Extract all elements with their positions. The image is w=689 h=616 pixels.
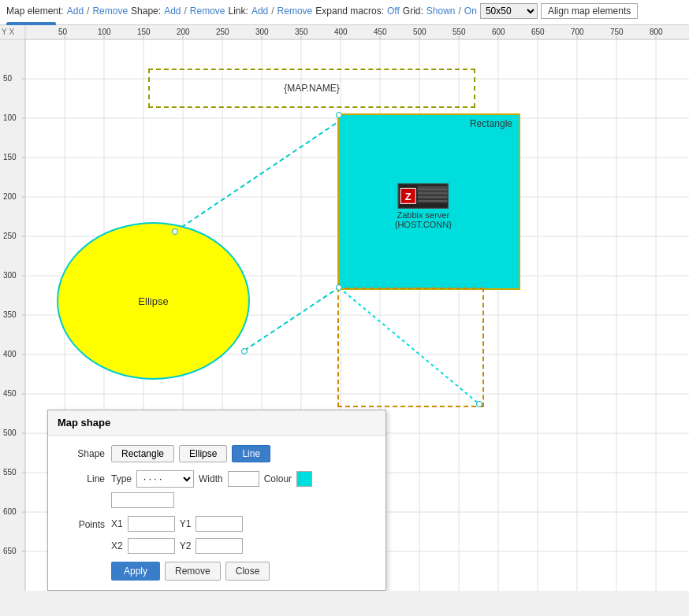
link-label: Link: [229, 6, 248, 17]
svg-rect-6 [418, 200, 448, 202]
sep4: / [459, 6, 461, 17]
map-name-text: {MAP.NAME} [284, 83, 339, 94]
dialog-footer: Apply Remove Close [58, 562, 376, 581]
map-element-add-link[interactable]: Add [67, 6, 84, 17]
shape-add-link[interactable]: Add [164, 6, 181, 17]
sep1: / [87, 6, 89, 17]
handle-sel-br[interactable] [476, 401, 482, 407]
sep3: / [271, 6, 274, 17]
server-body [418, 186, 448, 206]
x2-label: X2 [111, 540, 123, 551]
expand-macros-label: Expand macros: [315, 6, 384, 17]
line-label: Line [58, 470, 105, 484]
line-row: Line Type · · · · — — — ·—·— —— Width 2 … [58, 470, 376, 508]
width-input[interactable]: 2 [228, 471, 259, 487]
svg-rect-4 [418, 192, 448, 195]
grid-size-select[interactable]: 50x50 25x25 75x75 100x100 [480, 3, 538, 19]
colour-input[interactable]: 00DDDD [111, 492, 174, 508]
map-name-box: {MAP.NAME} [148, 69, 475, 108]
x1-label: X1 [111, 518, 123, 529]
dialog-body: Shape Rectangle Ellipse Line Line Type ·… [48, 436, 385, 590]
shape-row: Shape Rectangle Ellipse Line [58, 445, 376, 462]
x2-input[interactable]: 587 [128, 538, 175, 554]
apply-button[interactable]: Apply [111, 562, 160, 581]
toolbar: Map element: Add / Remove Shape: Add / R… [0, 0, 689, 25]
shape-line-btn[interactable]: Line [232, 445, 270, 462]
shape-label: Shape [58, 445, 105, 459]
shape-buttons: Rectangle Ellipse Line [111, 445, 270, 462]
link-remove-link[interactable]: Remove [277, 6, 313, 17]
ellipse-shape[interactable]: Ellipse [57, 222, 250, 380]
map-element-label: Map element: [6, 6, 64, 17]
grid-label: Grid: [403, 6, 423, 17]
remove-button[interactable]: Remove [165, 562, 221, 581]
map-canvas[interactable]: {MAP.NAME} Rectangle Z [0, 25, 689, 591]
rect-label: Rectangle [470, 118, 512, 129]
map-shape-dialog: Map shape Shape Rectangle Ellipse Line L… [47, 410, 386, 591]
colour-label: Colour [264, 473, 292, 484]
close-button[interactable]: Close [225, 562, 270, 581]
shape-ellipse-btn[interactable]: Ellipse [179, 445, 227, 462]
points-row: Points X1 408 Y1 281 X2 587 Y2 428 [58, 516, 376, 554]
server-image: Z [398, 184, 449, 209]
z-badge: Z [400, 188, 416, 204]
sep2: / [184, 6, 187, 17]
rectangle-shape[interactable]: Rectangle Z Zabbix server {HOST.CO [337, 113, 520, 290]
points-grid-1: X1 408 Y1 281 [111, 516, 243, 532]
host-conn: {HOST.CONN} [395, 220, 452, 229]
svg-rect-3 [418, 188, 448, 191]
shape-label: Shape: [131, 6, 161, 17]
map-element-remove-link[interactable]: Remove [92, 6, 128, 17]
svg-line-0 [175, 121, 339, 232]
x1-input[interactable]: 408 [128, 516, 175, 532]
width-label: Width [199, 473, 223, 484]
shape-remove-link[interactable]: Remove [190, 6, 225, 17]
svg-rect-5 [418, 196, 448, 199]
y2-input[interactable]: 428 [196, 538, 243, 554]
host-name: Zabbix server [397, 210, 449, 220]
shape-rectangle-btn[interactable]: Rectangle [111, 445, 174, 462]
svg-line-2 [339, 288, 479, 404]
points-label: Points [58, 516, 105, 530]
points-controls: X1 408 Y1 281 X2 587 Y2 428 [111, 516, 243, 554]
y1-input[interactable]: 281 [196, 516, 243, 532]
points-grid-2: X2 587 Y2 428 [111, 538, 243, 554]
y2-label: Y2 [180, 540, 192, 551]
line-type-select[interactable]: · · · · — — — ·—·— —— [136, 470, 194, 488]
type-label: Type [111, 473, 132, 484]
dialog-title: Map shape [48, 410, 385, 436]
grid-shown-link[interactable]: Shown [426, 6, 456, 17]
svg-line-1 [244, 288, 339, 351]
align-button[interactable]: Align map elements [541, 3, 638, 19]
ellipse-label: Ellipse [138, 295, 168, 307]
line-controls: Type · · · · — — — ·—·— —— Width 2 Colou… [111, 470, 376, 508]
grid-on-link[interactable]: On [464, 6, 477, 17]
colour-swatch[interactable] [296, 471, 312, 487]
expand-off-link[interactable]: Off [387, 6, 400, 17]
rack-svg [418, 187, 448, 206]
y1-label: Y1 [180, 518, 192, 529]
link-add-link[interactable]: Add [251, 6, 268, 17]
host-icon[interactable]: Z Zabbix server {HOST.CONN} [395, 184, 452, 229]
handle-ellipse-br[interactable] [241, 348, 248, 354]
selection-rect [337, 288, 484, 407]
